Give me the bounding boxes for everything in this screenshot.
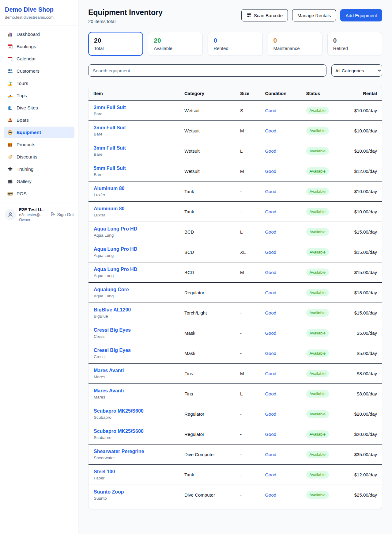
condition-link[interactable]: Good — [265, 270, 276, 275]
sidebar-item-discounts[interactable]: Discounts — [4, 151, 74, 163]
status-badge: Available — [306, 188, 329, 195]
item-size: - — [235, 343, 260, 364]
item-name-link[interactable]: Aqua Lung Pro HD — [94, 267, 137, 272]
manage-rentals-button[interactable]: Manage Rentals — [292, 9, 336, 21]
sidebar-item-pos[interactable]: POS — [4, 188, 74, 200]
category-filter[interactable]: All Categories — [331, 64, 382, 77]
item-name-link[interactable]: Cressi Big Eyes — [94, 348, 131, 353]
status-badge: Available — [306, 248, 329, 256]
header-actions: Scan Barcode Manage Rentals Add Equipmen… — [241, 9, 382, 21]
dive-mask-icon — [7, 130, 13, 135]
item-name-link[interactable]: Shearwater Peregrine — [94, 449, 144, 454]
condition-link[interactable]: Good — [265, 290, 276, 295]
item-name-link[interactable]: Aluminum 80 — [94, 186, 124, 191]
sidebar-item-calendar[interactable]: Calendar — [4, 53, 74, 65]
sidebar-item-customers[interactable]: Customers — [4, 65, 74, 77]
stat-card-maintenance[interactable]: 0 Maintenance — [268, 32, 322, 56]
sign-out-button[interactable]: Sign Out — [51, 212, 74, 218]
item-name-link[interactable]: Aluminum 80 — [94, 206, 124, 212]
sidebar-item-label: Tours — [17, 81, 28, 86]
condition-link[interactable]: Good — [265, 411, 276, 417]
table-row: 3mm Full Suit Bare Wetsuit L Good Availa… — [89, 141, 382, 161]
condition-link[interactable]: Good — [265, 452, 276, 457]
status-badge: Available — [306, 329, 329, 337]
sidebar-item-dive-sites[interactable]: Dive Sites — [4, 102, 74, 114]
sidebar-item-boats[interactable]: Boats — [4, 114, 74, 126]
stat-card-rented[interactable]: 0 Rented — [208, 32, 262, 56]
condition-link[interactable]: Good — [265, 371, 276, 376]
condition-link[interactable]: Good — [265, 330, 276, 336]
avatar — [5, 209, 16, 220]
item-name-link[interactable]: 3mm Full Suit — [94, 145, 126, 151]
condition-link[interactable]: Good — [265, 351, 276, 356]
item-name-link[interactable]: Steel 100 — [94, 469, 115, 475]
item-size: - — [235, 323, 260, 343]
condition-link[interactable]: Good — [265, 492, 276, 498]
item-size: - — [235, 181, 260, 202]
condition-link[interactable]: Good — [265, 189, 276, 194]
item-size: - — [235, 444, 260, 465]
condition-link[interactable]: Good — [265, 148, 276, 154]
rental-price: $10.00/day — [342, 202, 382, 222]
item-name-link[interactable]: Scubapro MK25/S600 — [94, 429, 144, 434]
condition-link[interactable]: Good — [265, 432, 276, 437]
sidebar-item-tours[interactable]: Tours — [4, 78, 74, 89]
stat-card-available[interactable]: 20 Available — [148, 32, 203, 56]
sidebar-item-trips[interactable]: Trips — [4, 90, 74, 101]
condition-link[interactable]: Good — [265, 250, 276, 255]
condition-link[interactable]: Good — [265, 108, 276, 113]
item-category: Wetsuit — [179, 121, 235, 141]
sailboat-icon — [7, 117, 13, 123]
condition-link[interactable]: Good — [265, 209, 276, 214]
condition-link[interactable]: Good — [265, 310, 276, 315]
rental-price: $20.00/day — [342, 404, 382, 424]
item-name-link[interactable]: BigBlue AL1200 — [94, 307, 131, 313]
item-brand: BigBlue — [94, 314, 175, 318]
condition-link[interactable]: Good — [265, 472, 276, 477]
sidebar: Demo Dive Shop demo.test.divestreams.com… — [0, 0, 78, 534]
sidebar-item-bookings[interactable]: 17 Bookings — [4, 41, 74, 52]
condition-link[interactable]: Good — [265, 169, 276, 174]
stat-card-total[interactable]: 20 Total — [88, 32, 143, 56]
rental-price: $8.00/day — [342, 364, 382, 384]
item-category: Tank — [179, 202, 235, 222]
item-name-link[interactable]: Suunto Zoop — [94, 489, 124, 495]
scan-barcode-button[interactable]: Scan Barcode — [241, 9, 288, 21]
sidebar-item-products[interactable]: Products — [4, 139, 74, 151]
item-name-link[interactable]: 5mm Full Suit — [94, 166, 126, 171]
sidebar-item-dashboard[interactable]: Dashboard — [4, 29, 74, 40]
item-name-link[interactable]: Aqua Lung Pro HD — [94, 246, 137, 252]
item-name-link[interactable]: 3mm Full Suit — [94, 105, 126, 110]
item-brand: Aqua Lung — [94, 253, 175, 258]
item-name-link[interactable]: Mares Avanti — [94, 388, 124, 394]
sidebar-item-gallery[interactable]: Gallery — [4, 176, 74, 187]
brand-title[interactable]: Demo Dive Shop — [0, 6, 78, 13]
condition-link[interactable]: Good — [265, 391, 276, 396]
item-name-link[interactable]: 3mm Full Suit — [94, 125, 126, 131]
item-name-link[interactable]: Cressi Big Eyes — [94, 327, 131, 333]
sidebar-item-training[interactable]: Training — [4, 163, 74, 175]
page-header: Equipment Inventory 20 items total Scan … — [88, 8, 382, 24]
search-input[interactable] — [88, 64, 326, 77]
item-name-link[interactable]: Mares Avanti — [94, 368, 124, 373]
item-brand: Bare — [94, 172, 175, 177]
stat-card-retired[interactable]: 0 Retired — [327, 32, 382, 56]
sidebar-item-equipment[interactable]: Equipment — [4, 127, 74, 138]
condition-link[interactable]: Good — [265, 128, 276, 133]
item-name-link[interactable]: Aqualung Core — [94, 287, 129, 292]
sidebar-item-label: Products — [17, 142, 35, 147]
item-brand: Faber — [94, 476, 175, 480]
add-equipment-button[interactable]: Add Equipment — [340, 9, 382, 21]
item-name-link[interactable]: Scubapro MK25/S600 — [94, 408, 144, 414]
status-badge: Available — [306, 208, 329, 216]
item-name-link[interactable]: Aqua Lung Pro HD — [94, 226, 137, 232]
item-category: Mask — [179, 343, 235, 364]
main-content: Equipment Inventory 20 items total Scan … — [78, 0, 392, 534]
user-role: Owner — [19, 218, 45, 222]
condition-link[interactable]: Good — [265, 229, 276, 235]
palm-island-icon — [7, 81, 13, 86]
status-badge: Available — [306, 228, 329, 236]
item-size: M — [235, 364, 260, 384]
rental-price: $12.00/day — [342, 161, 382, 181]
column-header: Condition — [260, 86, 301, 100]
